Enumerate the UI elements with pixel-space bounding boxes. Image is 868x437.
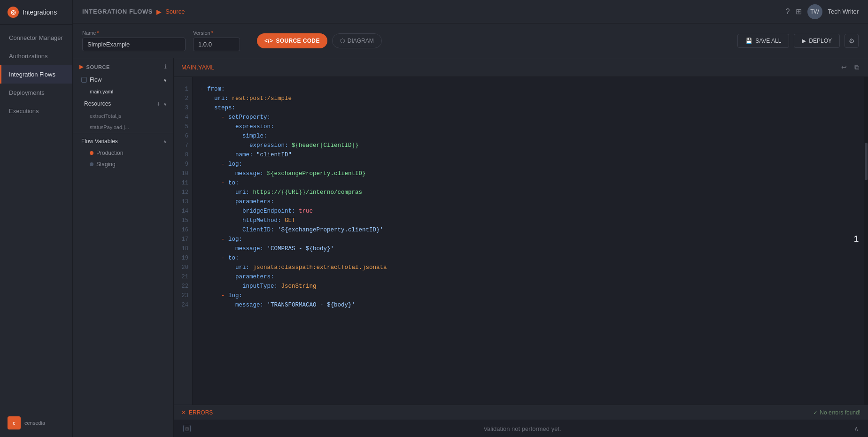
left-panel: ▶ SOURCE ℹ Flow ∨ main.yaml Resources + …: [73, 58, 174, 437]
resource-file-1[interactable]: extractTotal.js: [73, 110, 173, 122]
app-logo-icon: ◎: [8, 7, 19, 18]
sidebar-item-integration-flows[interactable]: Integration Flows: [0, 65, 72, 84]
line-num-11: 11: [182, 178, 188, 188]
code-line-22: inputType: JsonString: [200, 282, 857, 291]
flow-folder[interactable]: Flow ∨: [73, 74, 173, 86]
breadcrumb-main: INTEGRATION FLOWS: [82, 8, 153, 15]
line-num-3: 3: [185, 103, 188, 113]
staging-var[interactable]: Staging: [73, 159, 173, 170]
sidebar-item-label: Executions: [9, 107, 39, 115]
sidebar: ◎ Integrations Connector Manager Authori…: [0, 0, 73, 437]
editor-body: 1 2 3 4 5 6 7 8 9 10 11 12 13 14 15 16 1: [174, 77, 868, 405]
code-line-5: expression:: [200, 122, 857, 131]
editor-toolbar-right: ↩ ⧉: [840, 62, 860, 73]
error-x-icon: ✕: [181, 409, 186, 416]
line-num-13: 13: [182, 197, 188, 207]
expand-icon: ▶: [79, 64, 84, 70]
code-line-6: simple:: [200, 131, 857, 141]
line-num-15: 15: [182, 216, 188, 225]
editor-area: MAIN.YAML ↩ ⧉ 1 2 3 4 5 6 7 8 9 10: [174, 58, 868, 437]
collapse-icon[interactable]: ∧: [854, 425, 859, 432]
resources-chevron-icon: ∨: [163, 101, 167, 107]
brand-logo: c: [8, 416, 21, 429]
breadcrumb-chevron-icon: ▶: [156, 8, 162, 15]
line-num-9: 9: [185, 160, 188, 169]
resource-file-2[interactable]: statusPayload.j...: [73, 122, 173, 133]
add-resource-icon[interactable]: +: [157, 100, 161, 107]
line-num-14: 14: [182, 207, 188, 216]
undo-icon[interactable]: ↩: [840, 62, 848, 73]
code-line-20: uri: jsonata:classpath:extractTotal.json…: [200, 263, 857, 272]
line-num-16: 16: [182, 225, 188, 235]
deploy-button[interactable]: ▶ DEPLOY: [794, 34, 840, 48]
diagram-icon: ⬡: [340, 38, 345, 44]
check-icon: ✓: [813, 409, 818, 416]
sidebar-bottom: c censedia: [0, 409, 72, 437]
save-all-button[interactable]: 💾 SAVE ALL: [737, 34, 789, 48]
cursor-indicator: 1: [854, 234, 859, 244]
validation-text: Validation not performed yet.: [191, 425, 854, 432]
code-line-15: httpMethod: GET: [200, 216, 857, 225]
code-line-24: message: 'TRANSFORMACAO - ${body}': [200, 300, 857, 310]
editor-filename: MAIN.YAML: [181, 64, 215, 71]
line-num-1: 1: [185, 84, 188, 94]
version-input[interactable]: [193, 38, 240, 51]
code-line-17: - log:: [200, 235, 857, 244]
code-line-10: message: ${exchangeProperty.clientID}: [200, 169, 857, 178]
sidebar-item-connector-manager[interactable]: Connector Manager: [0, 29, 72, 47]
flow-variables-section[interactable]: Flow Variables ∨: [73, 133, 173, 147]
copy-icon[interactable]: ⧉: [853, 62, 860, 73]
main-yaml-file[interactable]: main.yaml: [73, 86, 173, 97]
code-editor[interactable]: - from: uri: rest:post:/simple steps: - …: [193, 77, 864, 405]
info-icon[interactable]: ℹ: [164, 64, 167, 70]
code-line-11: - to:: [200, 178, 857, 188]
flow-vars-chevron-icon: ∨: [163, 139, 167, 144]
editor-scrollbar[interactable]: [864, 77, 868, 405]
line-num-17: 17: [182, 235, 188, 244]
staging-dot-icon: [90, 162, 93, 166]
flow-label: Flow: [90, 77, 101, 83]
flow-chevron-icon: ∨: [163, 77, 167, 83]
action-buttons: 💾 SAVE ALL ▶ DEPLOY ⚙: [737, 34, 859, 48]
code-line-12: uri: https://{{URL}}/interno/compras: [200, 188, 857, 197]
line-num-22: 22: [182, 282, 188, 291]
avatar[interactable]: TW: [807, 4, 822, 19]
line-num-18: 18: [182, 244, 188, 253]
sidebar-item-label: Deployments: [9, 89, 45, 96]
name-field-group: Name*: [82, 30, 186, 51]
line-num-24: 24: [182, 300, 188, 310]
resources-folder[interactable]: Resources + ∨: [73, 97, 173, 110]
code-line-14: bridgeEndpoint: true: [200, 207, 857, 216]
version-label: Version*: [193, 30, 240, 36]
sidebar-item-deployments[interactable]: Deployments: [0, 84, 72, 102]
code-line-19: - to:: [200, 253, 857, 263]
line-num-23: 23: [182, 291, 188, 300]
errors-button[interactable]: ✕ ERRORS: [181, 409, 213, 416]
grid-icon[interactable]: ⊞: [796, 7, 802, 16]
sidebar-item-executions[interactable]: Executions: [0, 102, 72, 120]
help-icon[interactable]: ?: [786, 8, 790, 16]
view-toggle-buttons: </> SOURCE CODE ⬡ DIAGRAM: [257, 33, 382, 48]
header-form: Name* Version* </> SOURCE CODE ⬡ DIAGRAM…: [73, 23, 868, 58]
line-numbers: 1 2 3 4 5 6 7 8 9 10 11 12 13 14 15 16 1: [174, 77, 193, 405]
validation-expand-icon[interactable]: ⊞: [183, 425, 191, 432]
sidebar-logo[interactable]: ◎ Integrations: [0, 0, 72, 25]
topbar-breadcrumb: INTEGRATION FLOWS ▶ Source: [82, 8, 185, 15]
save-icon: 💾: [745, 38, 752, 44]
diagram-button[interactable]: ⬡ DIAGRAM: [332, 33, 382, 48]
line-num-19: 19: [182, 253, 188, 263]
line-num-4: 4: [185, 113, 188, 122]
name-input[interactable]: [82, 38, 186, 51]
sidebar-item-authorizations[interactable]: Authorizations: [0, 47, 72, 65]
line-num-10: 10: [182, 169, 188, 178]
source-code-icon: </>: [264, 38, 273, 44]
code-line-7: expression: ${header[ClientID]}: [200, 141, 857, 150]
code-line-3: steps:: [200, 103, 857, 113]
flow-checkbox[interactable]: [81, 77, 87, 83]
settings-icon-button[interactable]: ⚙: [845, 34, 859, 48]
scrollbar-thumb[interactable]: [865, 143, 868, 180]
topbar-right: ? ⊞ TW Tech Writer: [786, 4, 859, 19]
code-line-1: - from:: [200, 84, 857, 94]
production-var[interactable]: Production: [73, 147, 173, 159]
source-code-button[interactable]: </> SOURCE CODE: [257, 33, 327, 48]
